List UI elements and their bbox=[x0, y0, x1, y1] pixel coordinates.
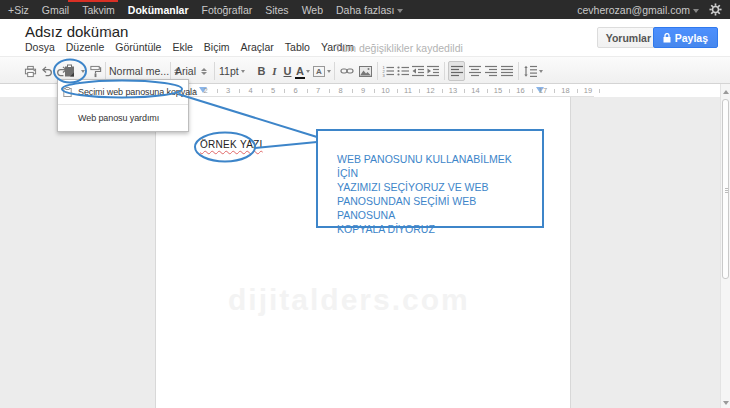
ruler-tick bbox=[239, 89, 240, 93]
document-canvas: dijitalders.com ÖRNEK YAZI WEB PANOSUNU … bbox=[0, 97, 730, 408]
insert-link-button[interactable] bbox=[339, 61, 355, 81]
underline-button[interactable]: U bbox=[281, 61, 294, 81]
align-right-button[interactable] bbox=[483, 61, 498, 81]
comments-label: Yorumlar bbox=[606, 32, 651, 44]
nav-sites[interactable]: Sites bbox=[265, 4, 288, 16]
ruler-tick bbox=[262, 89, 263, 93]
web-clipboard-dropdown-arrow[interactable] bbox=[78, 61, 86, 81]
align-left-button[interactable] bbox=[448, 61, 465, 81]
menu-view[interactable]: Görüntüle bbox=[115, 41, 161, 55]
outdent-icon bbox=[412, 65, 424, 77]
justify-button[interactable] bbox=[499, 61, 514, 81]
callout-box: WEB PANOSUNU KULLANABİLMEK İÇİN YAZIMIZI… bbox=[316, 129, 544, 228]
lock-icon bbox=[663, 33, 671, 43]
styles-dropdown[interactable]: Normal me... bbox=[109, 61, 167, 81]
menu-file[interactable]: Dosya bbox=[25, 41, 55, 55]
text-color-button[interactable]: A bbox=[296, 61, 310, 81]
print-button[interactable] bbox=[22, 61, 38, 81]
menu-insert[interactable]: Ekle bbox=[172, 41, 192, 55]
menu-item-copy-to-web-clipboard[interactable]: Seçimi web panosuna kopyala bbox=[58, 83, 188, 101]
toolbar-separator bbox=[377, 62, 378, 80]
insert-image-button[interactable] bbox=[357, 61, 373, 81]
ruler-number: 14 bbox=[471, 86, 479, 95]
watermark: dijitalders.com bbox=[228, 283, 470, 317]
nav-web[interactable]: Web bbox=[302, 4, 323, 16]
scroll-up-arrow[interactable] bbox=[723, 90, 729, 94]
document-page[interactable]: dijitalders.com ÖRNEK YAZI WEB PANOSUNU … bbox=[155, 97, 571, 408]
updown-icon bbox=[201, 68, 207, 75]
save-status: Tüm değişiklikler kaydedildi bbox=[335, 42, 463, 54]
ruler-number: 5 bbox=[271, 86, 275, 95]
ruler-number: 18 bbox=[561, 86, 569, 95]
align-center-button[interactable] bbox=[467, 61, 482, 81]
ruler-number: 12 bbox=[426, 86, 434, 95]
nav-documents[interactable]: Dokümanlar bbox=[128, 4, 189, 16]
decrease-indent-button[interactable] bbox=[411, 61, 425, 81]
italic-button[interactable]: I bbox=[269, 61, 280, 81]
ruler-tick bbox=[352, 89, 353, 93]
line-spacing-icon bbox=[524, 65, 537, 77]
ruler-tick bbox=[577, 89, 578, 93]
bold-label: B bbox=[258, 65, 266, 77]
ruler-tick bbox=[329, 89, 330, 93]
nav-photos[interactable]: Fotoğraflar bbox=[202, 4, 253, 16]
numbered-list-icon: 123 bbox=[382, 65, 394, 77]
font-dropdown-value: Arial bbox=[175, 65, 196, 77]
menu-item-web-clipboard-help[interactable]: Web panosu yardımı bbox=[58, 108, 188, 128]
highlight-label: A bbox=[313, 66, 325, 77]
highlight-color-button[interactable]: A bbox=[314, 61, 330, 81]
ruler-number: 7 bbox=[316, 86, 320, 95]
line-spacing-button[interactable] bbox=[522, 61, 544, 81]
vertical-scrollbar[interactable] bbox=[720, 84, 730, 408]
toolbar-separator bbox=[444, 62, 445, 80]
menu-table[interactable]: Tablo bbox=[285, 41, 310, 55]
underline-label: U bbox=[284, 65, 292, 77]
font-dropdown[interactable]: Arial bbox=[175, 61, 211, 81]
callout-text: WEB PANOSUNU KULLANABİLMEK İÇİN YAZIMIZI… bbox=[337, 152, 532, 236]
menu-tools[interactable]: Araçlar bbox=[241, 41, 274, 55]
ruler-number: 2 bbox=[203, 86, 207, 95]
numbered-list-button[interactable]: 123 bbox=[381, 61, 395, 81]
ruler-tick bbox=[487, 89, 488, 93]
ruler-tick bbox=[509, 89, 510, 93]
ruler-number: 9 bbox=[361, 86, 365, 95]
bulleted-list-icon bbox=[397, 65, 409, 77]
image-icon bbox=[359, 66, 372, 77]
undo-button[interactable] bbox=[39, 61, 54, 81]
paint-format-button[interactable] bbox=[88, 61, 103, 81]
nav-calendar[interactable]: Takvim bbox=[82, 4, 115, 16]
nav-gmail[interactable]: Gmail bbox=[42, 4, 69, 16]
web-clipboard-button[interactable] bbox=[62, 61, 77, 81]
font-size-value: 11pt bbox=[219, 65, 239, 77]
ruler-number: 15 bbox=[494, 86, 502, 95]
print-icon bbox=[24, 65, 37, 78]
bulleted-list-button[interactable] bbox=[396, 61, 410, 81]
ruler-tick bbox=[442, 89, 443, 93]
font-size-dropdown[interactable]: 11pt bbox=[219, 61, 251, 81]
menu-edit[interactable]: Düzenle bbox=[66, 41, 105, 55]
toolbar-separator bbox=[214, 62, 215, 80]
web-clipboard-icon bbox=[63, 64, 76, 78]
scrollbar-grip bbox=[725, 188, 728, 189]
scrollbar-thumb[interactable] bbox=[722, 99, 729, 279]
sample-text[interactable]: ÖRNEK YAZI bbox=[200, 139, 263, 150]
bold-button[interactable]: B bbox=[255, 61, 268, 81]
ruler-number: 8 bbox=[338, 86, 342, 95]
gear-icon[interactable] bbox=[709, 3, 722, 16]
ruler-tick bbox=[284, 89, 285, 93]
nav-more-menu[interactable]: Daha fazlası bbox=[336, 4, 403, 16]
ruler-number: 19 bbox=[584, 86, 592, 95]
nav-plus-you[interactable]: +Siz bbox=[8, 4, 29, 16]
ruler[interactable]: 12345678910111213141516171819 bbox=[128, 84, 594, 97]
web-clipboard-menu: Seçimi web panosuna kopyala Web panosu y… bbox=[57, 79, 189, 132]
chevron-down-icon bbox=[306, 70, 310, 73]
menu-format[interactable]: Biçim bbox=[204, 41, 230, 55]
increase-indent-button[interactable] bbox=[426, 61, 440, 81]
menu-separator bbox=[58, 104, 188, 105]
share-button[interactable]: Paylaş bbox=[653, 27, 718, 48]
scroll-down-arrow[interactable] bbox=[723, 401, 729, 405]
account-email-menu[interactable]: cevherozan@gmail.com bbox=[577, 4, 699, 16]
star-icon[interactable]: ☆ bbox=[104, 25, 116, 40]
menu-item-label: Seçimi web panosuna kopyala bbox=[78, 87, 197, 97]
toolbar-separator bbox=[105, 62, 106, 80]
